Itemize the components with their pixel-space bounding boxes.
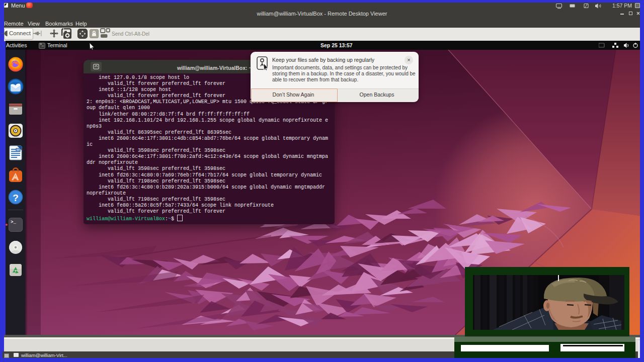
svg-text:?: ? <box>13 193 19 203</box>
svg-text:>_: >_ <box>11 220 16 225</box>
